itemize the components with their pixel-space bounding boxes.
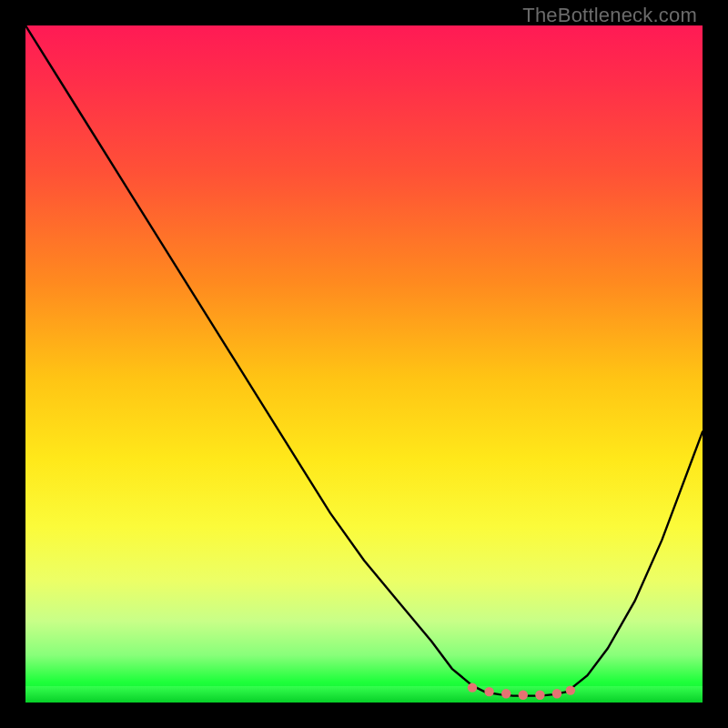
chart-frame: TheBottleneck.com [0, 0, 728, 728]
watermark-text: TheBottleneck.com [522, 4, 697, 27]
optimal-marker [566, 685, 575, 694]
bottleneck-curve [25, 25, 703, 696]
optimal-marker [535, 691, 544, 700]
bottleneck-curve-svg [25, 25, 703, 703]
optimal-marker [519, 691, 528, 700]
optimal-marker [552, 689, 561, 698]
plot-area [25, 25, 703, 703]
optimal-marker [468, 682, 477, 692]
optimal-marker [484, 687, 493, 696]
optimal-marker [501, 689, 511, 698]
